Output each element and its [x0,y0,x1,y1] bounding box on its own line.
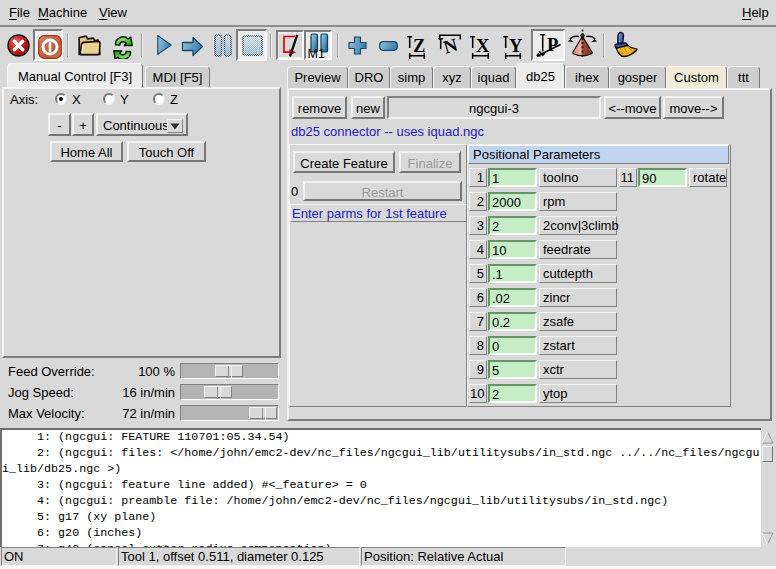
svg-text:N: N [441,34,460,57]
svg-text:P: P [547,35,558,55]
svg-text:X: X [476,36,490,56]
svg-text:M1: M1 [308,47,325,59]
svg-text:Y: Y [509,36,523,56]
svg-text:Z: Z [413,36,425,56]
